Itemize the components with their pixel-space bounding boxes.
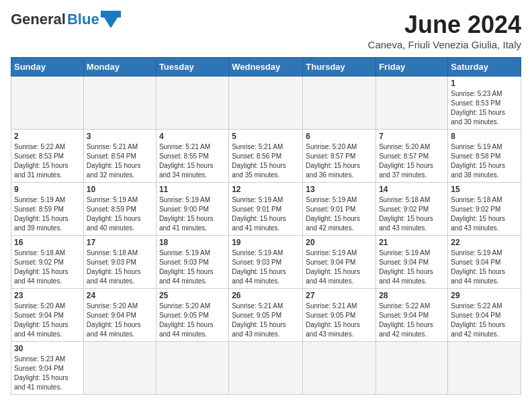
calendar-cell: 14Sunrise: 5:18 AM Sunset: 9:02 PM Dayli… xyxy=(376,183,448,236)
day-info: Sunrise: 5:20 AM Sunset: 9:04 PM Dayligh… xyxy=(14,302,81,339)
day-info: Sunrise: 5:20 AM Sunset: 9:05 PM Dayligh… xyxy=(159,302,226,339)
day-number: 6 xyxy=(306,132,373,141)
calendar-cell: 29Sunrise: 5:22 AM Sunset: 9:04 PM Dayli… xyxy=(448,289,521,342)
calendar-cell: 16Sunrise: 5:18 AM Sunset: 9:02 PM Dayli… xyxy=(11,236,84,289)
calendar-cell xyxy=(303,77,376,130)
calendar-week-row: 2Sunrise: 5:22 AM Sunset: 8:53 PM Daylig… xyxy=(11,130,521,183)
day-info: Sunrise: 5:18 AM Sunset: 9:03 PM Dayligh… xyxy=(87,248,153,286)
calendar-cell xyxy=(448,342,521,395)
calendar-cell: 28Sunrise: 5:22 AM Sunset: 9:04 PM Dayli… xyxy=(376,289,448,342)
day-info: Sunrise: 5:23 AM Sunset: 9:04 PM Dayligh… xyxy=(14,355,81,392)
day-number: 21 xyxy=(379,238,445,247)
day-number: 2 xyxy=(14,132,81,141)
calendar-week-row: 1Sunrise: 5:23 AM Sunset: 8:53 PM Daylig… xyxy=(11,77,521,130)
logo-general-text: General xyxy=(11,11,66,28)
logo-icon: General Blue xyxy=(11,11,121,28)
day-info: Sunrise: 5:19 AM Sunset: 9:00 PM Dayligh… xyxy=(159,195,226,233)
day-info: Sunrise: 5:21 AM Sunset: 9:05 PM Dayligh… xyxy=(232,302,300,339)
calendar-cell: 23Sunrise: 5:20 AM Sunset: 9:04 PM Dayli… xyxy=(11,289,84,342)
day-info: Sunrise: 5:21 AM Sunset: 9:05 PM Dayligh… xyxy=(306,302,373,339)
day-number: 12 xyxy=(232,185,300,194)
day-of-week-thursday: Thursday xyxy=(303,58,376,77)
calendar-cell: 21Sunrise: 5:19 AM Sunset: 9:04 PM Dayli… xyxy=(376,236,448,289)
day-info: Sunrise: 5:18 AM Sunset: 9:02 PM Dayligh… xyxy=(14,248,81,286)
day-of-week-wednesday: Wednesday xyxy=(229,58,303,77)
day-info: Sunrise: 5:22 AM Sunset: 9:04 PM Dayligh… xyxy=(379,302,445,339)
calendar-cell: 17Sunrise: 5:18 AM Sunset: 9:03 PM Dayli… xyxy=(83,236,156,289)
calendar-cell: 18Sunrise: 5:19 AM Sunset: 9:03 PM Dayli… xyxy=(156,236,228,289)
calendar-cell xyxy=(83,342,156,395)
day-number: 23 xyxy=(14,291,81,300)
day-info: Sunrise: 5:18 AM Sunset: 9:02 PM Dayligh… xyxy=(379,195,445,233)
title-area: June 2024 Caneva, Friuli Venezia Giulia,… xyxy=(368,11,521,50)
day-info: Sunrise: 5:19 AM Sunset: 9:04 PM Dayligh… xyxy=(451,248,518,286)
day-number: 1 xyxy=(451,79,518,88)
day-number: 20 xyxy=(306,238,373,247)
logo: General Blue xyxy=(11,11,121,28)
calendar-cell: 3Sunrise: 5:21 AM Sunset: 8:54 PM Daylig… xyxy=(83,130,156,183)
day-info: Sunrise: 5:20 AM Sunset: 9:04 PM Dayligh… xyxy=(87,302,153,339)
day-of-week-saturday: Saturday xyxy=(448,58,521,77)
logo-blue-text: Blue xyxy=(67,11,99,28)
day-number: 28 xyxy=(379,291,445,300)
day-info: Sunrise: 5:19 AM Sunset: 9:01 PM Dayligh… xyxy=(232,195,300,233)
day-number: 15 xyxy=(451,185,518,194)
calendar-cell xyxy=(156,77,228,130)
day-info: Sunrise: 5:22 AM Sunset: 9:04 PM Dayligh… xyxy=(451,302,518,339)
calendar-cell: 15Sunrise: 5:18 AM Sunset: 9:02 PM Dayli… xyxy=(448,183,521,236)
calendar-cell xyxy=(229,342,303,395)
calendar-cell xyxy=(303,342,376,395)
day-number: 24 xyxy=(87,291,153,300)
calendar-table: SundayMondayTuesdayWednesdayThursdayFrid… xyxy=(11,57,521,395)
day-info: Sunrise: 5:19 AM Sunset: 8:59 PM Dayligh… xyxy=(87,195,153,233)
calendar-header-row: SundayMondayTuesdayWednesdayThursdayFrid… xyxy=(11,58,521,77)
day-number: 27 xyxy=(306,291,373,300)
day-info: Sunrise: 5:22 AM Sunset: 8:53 PM Dayligh… xyxy=(14,142,81,180)
day-info: Sunrise: 5:19 AM Sunset: 9:03 PM Dayligh… xyxy=(232,248,300,286)
day-number: 16 xyxy=(14,238,81,247)
calendar-cell: 8Sunrise: 5:19 AM Sunset: 8:58 PM Daylig… xyxy=(448,130,521,183)
calendar-cell xyxy=(229,77,303,130)
calendar-cell: 19Sunrise: 5:19 AM Sunset: 9:03 PM Dayli… xyxy=(229,236,303,289)
day-number: 13 xyxy=(306,185,373,194)
svg-rect-0 xyxy=(101,11,121,17)
calendar-week-row: 30Sunrise: 5:23 AM Sunset: 9:04 PM Dayli… xyxy=(11,342,521,395)
page-header: General Blue June 2024 Caneva, Friuli Ve… xyxy=(11,11,521,50)
day-info: Sunrise: 5:21 AM Sunset: 8:55 PM Dayligh… xyxy=(159,142,226,180)
day-number: 11 xyxy=(159,185,226,194)
day-number: 22 xyxy=(451,238,518,247)
calendar-cell xyxy=(11,77,84,130)
calendar-cell: 11Sunrise: 5:19 AM Sunset: 9:00 PM Dayli… xyxy=(156,183,228,236)
calendar-cell: 1Sunrise: 5:23 AM Sunset: 8:53 PM Daylig… xyxy=(448,77,521,130)
day-info: Sunrise: 5:19 AM Sunset: 9:04 PM Dayligh… xyxy=(379,248,445,286)
day-number: 4 xyxy=(159,132,226,141)
day-info: Sunrise: 5:19 AM Sunset: 9:01 PM Dayligh… xyxy=(306,195,373,233)
day-number: 14 xyxy=(379,185,445,194)
logo-triangle-icon xyxy=(101,11,121,28)
calendar-cell: 10Sunrise: 5:19 AM Sunset: 8:59 PM Dayli… xyxy=(83,183,156,236)
day-number: 19 xyxy=(232,238,300,247)
calendar-cell: 24Sunrise: 5:20 AM Sunset: 9:04 PM Dayli… xyxy=(83,289,156,342)
day-info: Sunrise: 5:21 AM Sunset: 8:56 PM Dayligh… xyxy=(232,142,300,180)
day-info: Sunrise: 5:21 AM Sunset: 8:54 PM Dayligh… xyxy=(87,142,153,180)
day-number: 29 xyxy=(451,291,518,300)
day-number: 3 xyxy=(87,132,153,141)
day-info: Sunrise: 5:19 AM Sunset: 9:04 PM Dayligh… xyxy=(306,248,373,286)
calendar-week-row: 16Sunrise: 5:18 AM Sunset: 9:02 PM Dayli… xyxy=(11,236,521,289)
day-of-week-sunday: Sunday xyxy=(11,58,84,77)
calendar-cell: 30Sunrise: 5:23 AM Sunset: 9:04 PM Dayli… xyxy=(11,342,84,395)
calendar-cell: 27Sunrise: 5:21 AM Sunset: 9:05 PM Dayli… xyxy=(303,289,376,342)
calendar-cell: 26Sunrise: 5:21 AM Sunset: 9:05 PM Dayli… xyxy=(229,289,303,342)
location-subtitle: Caneva, Friuli Venezia Giulia, Italy xyxy=(368,39,521,50)
calendar-cell xyxy=(376,342,448,395)
day-info: Sunrise: 5:18 AM Sunset: 9:02 PM Dayligh… xyxy=(451,195,518,233)
day-info: Sunrise: 5:20 AM Sunset: 8:57 PM Dayligh… xyxy=(379,142,445,180)
day-number: 9 xyxy=(14,185,81,194)
day-number: 7 xyxy=(379,132,445,141)
day-number: 5 xyxy=(232,132,300,141)
day-info: Sunrise: 5:19 AM Sunset: 8:58 PM Dayligh… xyxy=(451,142,518,180)
day-of-week-friday: Friday xyxy=(376,58,448,77)
day-number: 26 xyxy=(232,291,300,300)
day-number: 18 xyxy=(159,238,226,247)
day-number: 25 xyxy=(159,291,226,300)
